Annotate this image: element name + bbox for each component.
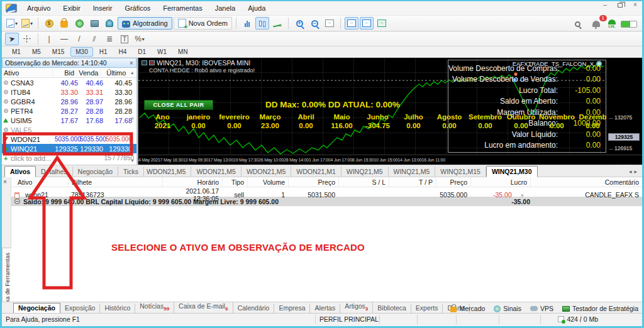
trendline-tool-button[interactable]: /	[72, 33, 86, 45]
restore-button[interactable]	[616, 1, 625, 9]
menu-janela[interactable]: Janela	[209, 3, 242, 13]
scroll-up-arrow[interactable]: ▴	[128, 70, 136, 75]
position-row[interactable]: wdon21 789136723 2021.06.17 13:36:05 sel…	[11, 187, 642, 197]
col-ativo[interactable]: Ativo▲	[11, 177, 68, 187]
mercado-link[interactable]: Mercado	[450, 305, 485, 312]
tile-windows-button[interactable]	[323, 17, 336, 30]
timeframe-h1[interactable]: H1	[94, 47, 113, 57]
timeframe-h4[interactable]: H4	[114, 47, 132, 57]
menu-inserir[interactable]: Inserir	[87, 3, 119, 13]
tab-artigos[interactable]: Artigos3	[340, 302, 373, 313]
symbol-row-usim5[interactable]: USIM5 17.67 17.68 17.68	[2, 116, 136, 125]
deposit-button[interactable]: $	[42, 17, 56, 30]
tab-experts[interactable]: Experts	[411, 303, 443, 313]
menu-ajuda[interactable]: Ajuda	[242, 3, 272, 13]
level-indicator[interactable]: LVL	[608, 19, 616, 28]
fibonacci-tool-button[interactable]: ≣	[103, 33, 116, 45]
symbol-row-wdon21[interactable]: WDON21 5035.000 5035.500 5035.000	[2, 134, 136, 144]
tab-ativos[interactable]: Ativos	[4, 166, 36, 177]
symbol-row-vale5[interactable]: VALE5	[2, 125, 136, 134]
scroll-down-arrow[interactable]: ▾	[131, 158, 133, 163]
tab-caixa-email[interactable]: Caixa de E-mail6	[174, 302, 233, 313]
zoom-out-button[interactable]: −	[308, 17, 321, 30]
chart-window[interactable]: WINQ21, M30: IBOVESPA MINI CONTA HEDGE :…	[138, 58, 642, 165]
tab-historico[interactable]: Histórico	[100, 303, 135, 313]
chart-tab[interactable]: WINQ21,M5	[341, 167, 389, 177]
col-lucro[interactable]: Lucro	[470, 177, 530, 187]
symbol-row-winq21[interactable]: WINQ21 129325 129330 129330	[2, 144, 136, 153]
col-sl[interactable]: S / L	[338, 177, 389, 187]
tab-calendario[interactable]: Calendário	[233, 303, 275, 313]
symbol-row-itub4[interactable]: ITUB4 33.30 33.31 33.30	[2, 87, 136, 97]
line-chart-button[interactable]	[270, 17, 284, 30]
symbol-row-petr4[interactable]: PETR4 28.27 28.28 28.28	[2, 106, 136, 116]
nova-ordem-button[interactable]: Nova Ordem	[174, 17, 232, 30]
channel-tool-button[interactable]: ⫽	[87, 33, 101, 45]
close-button[interactable]: ×	[631, 1, 640, 9]
chart-shift-button[interactable]	[360, 17, 374, 30]
timeframe-mn[interactable]: MN	[173, 47, 193, 57]
price-scale[interactable]: 132075 129325 126915 124335 121755 11917…	[606, 58, 642, 155]
testador-link[interactable]: Testador de Estratégia	[562, 305, 638, 312]
candle-chart-button[interactable]	[255, 17, 269, 30]
notifications-button[interactable]: 1	[589, 18, 603, 30]
timeframe-m5[interactable]: M5	[27, 47, 46, 57]
col-tipo[interactable]: Tipo	[222, 177, 247, 187]
col-volume[interactable]: Volume	[247, 177, 288, 187]
text-tool-button[interactable]: T	[118, 33, 131, 45]
menu-exibir[interactable]: Exibir	[57, 3, 87, 13]
col-preco-atual[interactable]: Preço	[436, 177, 470, 187]
chart-tab-scroll-arrows[interactable]: ◂▸	[629, 168, 640, 175]
timeframe-w1[interactable]: W1	[152, 47, 172, 57]
chart-tab[interactable]: WINQ21,M5	[389, 167, 436, 177]
close-all-pair-button[interactable]: CLOSE ALL PAIR	[144, 100, 213, 110]
col-preco[interactable]: Preço	[288, 177, 338, 187]
arrows-tool-button[interactable]: %▾	[133, 33, 147, 45]
symbol-row-csna3[interactable]: CSNA3 40.45 40.46 40.45	[2, 78, 136, 87]
tab-noticias[interactable]: Notícias99	[135, 302, 174, 313]
tab-biblioteca[interactable]: Biblioteca	[373, 303, 411, 313]
signals-button[interactable]	[72, 17, 86, 30]
search-button[interactable]	[570, 18, 584, 30]
sinais-link[interactable]: Sinais	[494, 305, 521, 312]
profiles-button[interactable]: ▾	[20, 17, 34, 30]
col-horario[interactable]: Horário	[162, 177, 222, 187]
timeframe-m1[interactable]: M1	[7, 47, 26, 57]
market-watch-close-button[interactable]: ×	[130, 59, 133, 67]
market-watch-scrollbar[interactable]: ≡ ▾	[128, 78, 136, 165]
market-button[interactable]	[57, 17, 71, 30]
time-scale[interactable]: 4 May 20217 May 16:3013 May 09:3017 May …	[138, 155, 642, 165]
tab-empresa[interactable]: Empresa	[274, 303, 310, 313]
cursor-tool-button[interactable]: ➤	[5, 33, 19, 45]
tab-negociacao-mw[interactable]: Negociação	[73, 167, 118, 177]
toolbox-close-button[interactable]: ×	[3, 178, 7, 185]
tab-negociacao[interactable]: Negociação	[13, 303, 60, 314]
snapshot-button[interactable]	[375, 17, 389, 30]
vertical-line-tool-button[interactable]: |	[42, 33, 56, 45]
auto-scroll-button[interactable]	[345, 17, 358, 30]
chart-tab[interactable]: WINQ21,M15	[435, 167, 486, 177]
col-ativo[interactable]: Ativo	[2, 69, 52, 77]
col-bilhete[interactable]: Bilhete	[68, 177, 162, 187]
minimize-button[interactable]: –	[601, 1, 609, 9]
menu-graficos[interactable]: Gráficos	[118, 3, 157, 13]
tab-exposicao[interactable]: Exposição	[60, 303, 100, 313]
col-venda[interactable]: Venda	[76, 69, 100, 77]
menu-ferramentas[interactable]: Ferramentas	[157, 3, 208, 13]
tab-detalhes[interactable]: Detalhes	[36, 167, 72, 177]
zoom-in-button[interactable]: +	[292, 17, 306, 30]
chart-tab[interactable]: WDON21,M5	[242, 167, 291, 177]
collapse-icon[interactable]: −	[14, 199, 20, 204]
tab-alertas[interactable]: Alertas	[310, 303, 340, 313]
new-chart-button[interactable]: ▾	[5, 17, 19, 30]
timeframe-m30[interactable]: M30	[70, 47, 92, 57]
crosshair-tool-button[interactable]	[20, 33, 34, 45]
algotrading-button[interactable]: Algotrading	[118, 17, 172, 30]
horizontal-line-tool-button[interactable]: —	[57, 33, 71, 45]
chart-tab-active[interactable]: WINQ21,M30	[486, 166, 538, 177]
chart-tab[interactable]: WDON21,M1	[291, 167, 341, 177]
chart-tab[interactable]: WDON21,M5	[191, 167, 241, 177]
timeframe-m15[interactable]: M15	[47, 47, 69, 57]
active-profile[interactable]: PERFIL PRINCIPAL	[319, 315, 379, 323]
symbol-row-ggbr4[interactable]: GGBR4 28.96 28.97 28.96	[2, 97, 136, 106]
